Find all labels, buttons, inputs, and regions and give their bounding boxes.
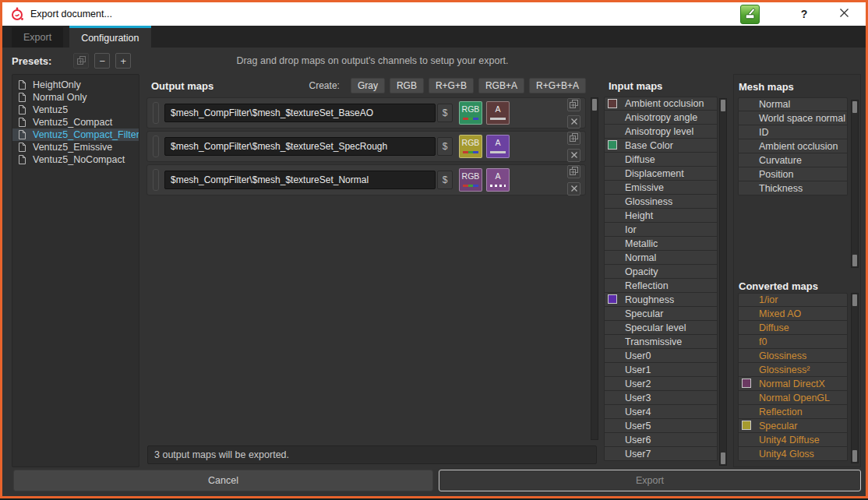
input-map-item[interactable]: Transmissive (604, 335, 718, 349)
scrollbar-thumb[interactable] (852, 294, 857, 306)
preset-item[interactable]: Normal Only (12, 91, 139, 104)
scrollbar-thumb[interactable] (852, 450, 857, 462)
converted-map-item[interactable]: Glossiness (738, 349, 848, 363)
input-map-item[interactable]: User6 (604, 433, 718, 447)
input-map-item[interactable]: Ambient occlusion (604, 97, 718, 111)
rgb-channel-swatch[interactable]: RGB (459, 101, 482, 125)
output-path-input[interactable] (164, 171, 436, 189)
input-map-item[interactable]: User3 (604, 391, 718, 405)
input-map-item[interactable]: User2 (604, 377, 718, 391)
converted-maps-scrollbar[interactable] (851, 293, 859, 463)
create-output-button[interactable]: R+G+B+A (529, 78, 586, 93)
scrollbar-thumb[interactable] (852, 255, 857, 266)
scrollbar-thumb[interactable] (592, 99, 597, 111)
mesh-map-item[interactable]: Ambient occlusion (738, 139, 848, 153)
converted-map-item[interactable]: Unity4 Gloss (738, 447, 848, 461)
output-path-input[interactable] (164, 104, 436, 122)
mesh-map-item[interactable]: Curvature (738, 153, 848, 167)
create-output-button[interactable]: RGB (390, 78, 424, 93)
pattern-variable-button[interactable]: $ (437, 171, 453, 189)
mesh-map-item[interactable]: Thickness (738, 181, 848, 195)
converted-map-item[interactable]: Normal DirectX (738, 377, 848, 391)
preset-item[interactable]: Ventuz5_NoCompact (12, 153, 139, 166)
cancel-button[interactable]: Cancel (13, 470, 433, 491)
rgb-channel-swatch[interactable]: RGB (459, 168, 482, 192)
input-map-item[interactable]: Normal (604, 251, 718, 265)
input-map-item[interactable]: Ior (604, 223, 718, 237)
duplicate-output-button[interactable] (567, 98, 580, 111)
alpha-channel-swatch[interactable]: A (486, 135, 510, 158)
input-map-item[interactable]: User5 (604, 419, 718, 433)
converted-map-item[interactable]: Glossiness² (738, 363, 848, 377)
input-map-item[interactable]: Base Color (604, 139, 718, 153)
pattern-variable-button[interactable]: $ (437, 137, 453, 156)
input-maps-scrollbar[interactable] (719, 98, 727, 466)
preset-item[interactable]: Ventuz5_Compact_Filter (12, 129, 139, 141)
export-button[interactable]: Export (439, 470, 861, 491)
mesh-map-item[interactable]: Normal (738, 97, 848, 111)
input-map-item[interactable]: User4 (604, 405, 718, 419)
input-map-item[interactable]: Specular (604, 307, 718, 321)
converted-map-item[interactable]: 1/ior (738, 293, 848, 307)
tab-configuration[interactable]: Configuration (69, 26, 150, 48)
converted-map-item[interactable]: Specular (738, 419, 848, 433)
duplicate-output-button[interactable] (567, 165, 580, 178)
remove-preset-button[interactable]: − (94, 53, 110, 69)
close-button[interactable] (833, 4, 855, 24)
converted-map-item[interactable]: Diffuse (738, 321, 848, 335)
create-output-button[interactable]: RGB+A (478, 78, 524, 93)
delete-output-button[interactable] (567, 149, 580, 162)
input-map-item[interactable]: User0 (604, 349, 718, 363)
input-map-item[interactable]: Opacity (604, 265, 718, 279)
rgb-channel-swatch[interactable]: RGB (459, 135, 482, 158)
scrollbar-thumb[interactable] (852, 101, 857, 113)
preset-item[interactable]: HeightOnly (12, 79, 139, 91)
input-map-item[interactable]: Roughness (604, 293, 718, 307)
tab-export[interactable]: Export (12, 27, 63, 48)
mesh-map-item[interactable]: ID (738, 125, 848, 139)
create-output-button[interactable]: Gray (351, 78, 385, 93)
input-map-item[interactable]: Specular level (604, 321, 718, 335)
input-map-item[interactable]: Emissive (604, 181, 718, 195)
row-drag-handle[interactable] (153, 102, 159, 124)
delete-output-button[interactable] (567, 182, 580, 195)
mesh-map-item[interactable]: World space normal (738, 111, 848, 125)
input-map-item[interactable]: Reflection (604, 279, 718, 293)
add-preset-button[interactable]: + (115, 53, 131, 69)
input-map-item[interactable]: Anisotropy level (604, 125, 718, 139)
converted-map-item[interactable]: Mixed AO (738, 307, 848, 321)
input-map-item[interactable]: Anisotropy angle (604, 111, 718, 125)
mesh-maps-scrollbar[interactable] (851, 100, 859, 268)
converted-map-item[interactable]: f0 (738, 335, 848, 349)
alpha-channel-swatch[interactable]: A (486, 101, 510, 125)
duplicate-preset-button[interactable] (73, 53, 89, 69)
create-output-button[interactable]: R+G+B (429, 78, 474, 93)
row-drag-handle[interactable] (153, 169, 159, 191)
output-path-input[interactable] (164, 137, 436, 156)
input-map-item[interactable]: Diffuse (604, 153, 718, 167)
input-map-item[interactable]: Displacement (604, 167, 718, 181)
alpha-channel-swatch[interactable]: A (486, 168, 510, 192)
help-button[interactable]: ? (794, 8, 814, 20)
paint-tool-button[interactable] (740, 5, 760, 24)
input-map-item[interactable]: Metallic (604, 237, 718, 251)
mesh-map-item[interactable]: Position (738, 167, 848, 181)
map-item-label: Specular (759, 421, 797, 431)
preset-item[interactable]: Ventuz5_Emissive (12, 141, 139, 153)
converted-map-item[interactable]: Reflection (738, 405, 848, 419)
input-map-item[interactable]: Height (604, 209, 718, 223)
input-map-item[interactable]: User1 (604, 363, 718, 377)
preset-item[interactable]: Ventuz5_Compact (12, 116, 139, 129)
input-map-item[interactable]: Glossiness (604, 195, 718, 209)
input-map-item[interactable]: User7 (604, 447, 718, 461)
converted-map-item[interactable]: Normal OpenGL (738, 391, 848, 405)
pattern-variable-button[interactable]: $ (437, 104, 453, 122)
preset-item[interactable]: Ventuz5 (12, 104, 139, 116)
delete-output-button[interactable] (567, 115, 580, 129)
duplicate-output-button[interactable] (567, 132, 580, 145)
output-scrollbar[interactable] (591, 97, 598, 440)
row-drag-handle[interactable] (153, 136, 159, 157)
scrollbar-thumb[interactable] (721, 452, 725, 464)
converted-map-item[interactable]: Unity4 Diffuse (738, 433, 848, 447)
scrollbar-thumb[interactable] (721, 100, 725, 111)
